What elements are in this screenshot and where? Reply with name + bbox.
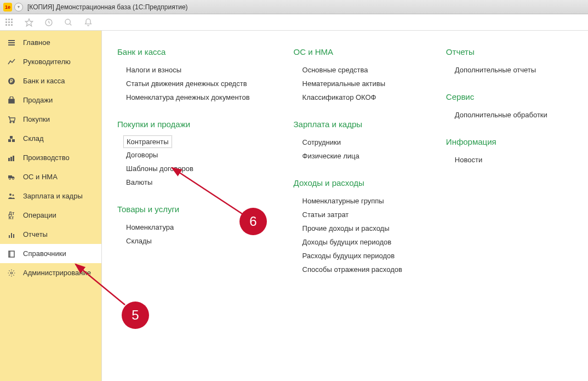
section-title-reports[interactable]: Отчеты: [446, 47, 547, 56]
svg-rect-1: [8, 19, 10, 20]
svg-point-11: [65, 19, 70, 24]
annotation-badge-6: 6: [239, 208, 267, 235]
content-column-3: Отчеты Дополнительные отчеты Сервис Допо…: [446, 47, 547, 182]
link-additional-processing[interactable]: Дополнительные обработки: [446, 108, 547, 122]
bar-chart-icon: [7, 230, 16, 240]
section-title-goods[interactable]: Товары и услуги: [117, 204, 250, 214]
svg-line-12: [70, 24, 71, 25]
svg-point-19: [10, 122, 11, 123]
sidebar-item-label: Отчеты: [23, 230, 48, 238]
svg-rect-7: [8, 24, 10, 26]
svg-rect-18: [9, 99, 14, 103]
svg-rect-32: [9, 235, 10, 238]
sidebar-item-reports[interactable]: Отчеты: [0, 225, 101, 244]
section-title-info[interactable]: Информация: [446, 137, 547, 146]
bell-icon[interactable]: [83, 18, 93, 27]
section-title-service[interactable]: Сервис: [446, 92, 547, 101]
sidebar-item-label: Производство: [23, 153, 70, 162]
link-additional-reports[interactable]: Дополнительные отчеты: [446, 63, 547, 77]
link-okof[interactable]: Классификатор ОКОФ: [294, 90, 402, 104]
search-icon[interactable]: [64, 18, 73, 27]
boxes-icon: [7, 134, 16, 144]
svg-rect-6: [5, 24, 7, 26]
link-intangible-assets[interactable]: Нематериальные активы: [294, 77, 402, 90]
link-counterparties[interactable]: Контрагенты: [123, 135, 172, 148]
sidebar-item-salary[interactable]: Зарплата и кадры: [0, 186, 101, 206]
svg-rect-33: [11, 233, 12, 238]
svg-point-31: [13, 194, 14, 196]
sidebar-item-label: Зарплата и кадры: [23, 192, 83, 200]
content-column-1: Банк и касса Налоги и взносы Статьи движ…: [117, 47, 250, 263]
svg-rect-3: [5, 21, 7, 23]
link-nomenclature-groups[interactable]: Номенклатурные группы: [294, 194, 402, 208]
link-contract-templates[interactable]: Шаблоны договоров: [117, 162, 250, 175]
menu-icon: [7, 38, 16, 48]
link-future-expenses[interactable]: Расходы будущих периодов: [294, 249, 402, 263]
svg-rect-4: [8, 21, 10, 23]
titlebar: 1e ▾ [КОПИЯ] Демонстрационная база (1С:П…: [0, 0, 588, 14]
apps-grid-icon[interactable]: [4, 18, 14, 27]
badge-5-label: 5: [132, 308, 139, 323]
sidebar-item-main[interactable]: Главное: [0, 33, 101, 52]
sidebar-item-label: ОС и НМА: [23, 173, 58, 181]
link-contracts[interactable]: Договоры: [117, 148, 250, 162]
link-warehouses[interactable]: Склады: [117, 234, 250, 248]
sidebar-item-label: Склад: [23, 134, 44, 143]
svg-rect-24: [8, 158, 10, 161]
window-title: [КОПИЯ] Демонстрационная база (1С:Предпр…: [27, 3, 188, 11]
link-individuals[interactable]: Физические лица: [294, 149, 402, 163]
sidebar-item-bank[interactable]: ₽Банк и касса: [0, 71, 101, 90]
link-taxes[interactable]: Налоги и взносы: [117, 63, 250, 77]
content-column-2: ОС и НМА Основные средства Нематериальны…: [294, 47, 402, 292]
link-cost-items[interactable]: Статьи затрат: [294, 208, 402, 221]
sidebar-item-label: Покупки: [23, 115, 50, 123]
sidebar-item-label: Операции: [23, 211, 56, 219]
sidebar-item-label: Администрирование: [23, 269, 91, 277]
sidebar-item-operations[interactable]: ДтКтОперации: [0, 206, 101, 225]
ruble-icon: ₽: [7, 76, 16, 86]
section-title-bank[interactable]: Банк и касса: [117, 47, 250, 56]
link-nomenclature[interactable]: Номенклатура: [117, 220, 250, 234]
link-employees[interactable]: Сотрудники: [294, 135, 402, 149]
sidebar-item-sales[interactable]: Продажи: [0, 90, 101, 110]
sidebar-item-purchases[interactable]: Покупки: [0, 110, 101, 129]
svg-point-20: [13, 122, 14, 123]
content-area: Банк и касса Налоги и взносы Статьи движ…: [102, 31, 588, 381]
svg-rect-2: [11, 19, 13, 20]
star-icon[interactable]: [24, 18, 34, 27]
section-title-assets[interactable]: ОС и НМА: [294, 47, 402, 56]
titlebar-dropdown-icon[interactable]: ▾: [14, 3, 23, 12]
sidebar: Главное Руководителю ₽Банк и касса Прода…: [0, 31, 102, 381]
link-fixed-assets[interactable]: Основные средства: [294, 63, 402, 77]
sidebar-item-label: Главное: [23, 38, 50, 47]
sidebar-item-label: Руководителю: [23, 58, 71, 66]
section-title-purchases-sales[interactable]: Покупки и продажи: [117, 120, 250, 129]
link-news[interactable]: Новости: [446, 153, 547, 167]
history-icon[interactable]: [44, 18, 54, 27]
sidebar-item-admin[interactable]: Администрирование: [0, 263, 101, 282]
app-logo-icon: 1e: [3, 3, 12, 12]
dtkt-icon: ДтКт: [7, 211, 16, 220]
link-cash-documents[interactable]: Номенклатура денежных документов: [117, 90, 250, 104]
link-other-income[interactable]: Прочие доходы и расходы: [294, 221, 402, 235]
sidebar-item-directories[interactable]: Справочники: [0, 244, 101, 263]
svg-point-28: [9, 178, 11, 179]
book-icon: [7, 249, 16, 259]
sidebar-item-manager[interactable]: Руководителю: [0, 52, 101, 71]
link-future-income[interactable]: Доходы будущих периодов: [294, 235, 402, 249]
bag-icon: [7, 95, 16, 105]
link-currencies[interactable]: Валюты: [117, 175, 250, 189]
factory-icon: [7, 153, 16, 163]
svg-rect-26: [13, 156, 14, 161]
link-cashflow-items[interactable]: Статьи движения денежных средств: [117, 77, 250, 90]
link-expense-methods[interactable]: Способы отражения расходов: [294, 263, 402, 276]
sidebar-item-assets[interactable]: ОС и НМА: [0, 167, 101, 186]
sidebar-item-production[interactable]: Производство: [0, 148, 101, 167]
toolbar: [0, 14, 588, 31]
section-title-hr[interactable]: Зарплата и кадры: [294, 120, 402, 129]
people-icon: [7, 191, 16, 201]
svg-rect-5: [11, 21, 13, 23]
sidebar-item-warehouse[interactable]: Склад: [0, 129, 101, 148]
section-title-income-expense[interactable]: Доходы и расходы: [294, 178, 402, 187]
sidebar-item-label: Справочники: [23, 249, 66, 258]
